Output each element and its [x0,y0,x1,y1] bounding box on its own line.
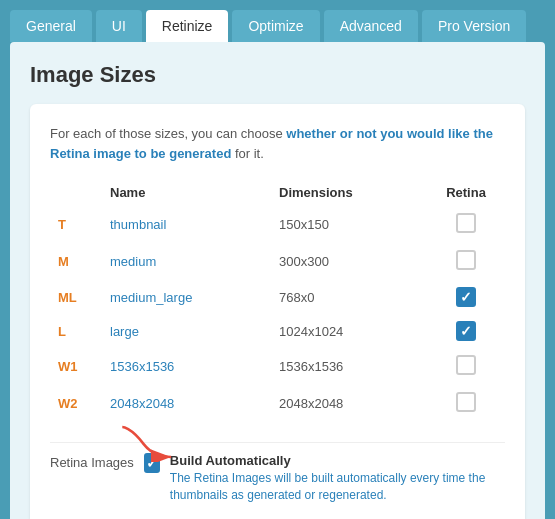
col-header-name: Name [102,179,271,206]
row-abbr: T [50,206,102,243]
row-retina-cell [427,206,505,243]
col-header-abbr [50,179,102,206]
tab-ui[interactable]: UI [96,10,142,42]
row-abbr: M [50,243,102,280]
table-row: Mmedium300x300 [50,243,505,280]
card-description: For each of those sizes, you can choose … [50,124,505,163]
row-dimensions: 1536x1536 [271,348,427,385]
table-row: MLmedium_large768x0 [50,280,505,314]
retina-checkbox[interactable] [456,321,476,341]
retina-checkbox[interactable] [456,392,476,412]
col-header-retina: Retina [427,179,505,206]
row-retina-cell [427,280,505,314]
table-row: Llarge1024x1024 [50,314,505,348]
row-name: large [102,314,271,348]
row-dimensions: 150x150 [271,206,427,243]
row-name: thumbnail [102,206,271,243]
row-name: 2048x2048 [102,385,271,422]
col-header-dimensions: Dimensions [271,179,427,206]
row-retina-cell [427,385,505,422]
content-area: Image Sizes For each of those sizes, you… [10,42,545,519]
row-retina-cell [427,243,505,280]
row-abbr: W1 [50,348,102,385]
desc-part1: For each of those sizes, you can choose [50,126,286,141]
row-dimensions: 300x300 [271,243,427,280]
tab-retinize[interactable]: Retinize [146,10,229,42]
main-card: For each of those sizes, you can choose … [30,104,525,519]
row-abbr: W2 [50,385,102,422]
retina-checkbox[interactable] [456,250,476,270]
retina-checkbox[interactable] [456,213,476,233]
red-arrow-icon [118,422,178,462]
page-title: Image Sizes [30,62,525,88]
tab-general[interactable]: General [10,10,92,42]
retina-checkbox[interactable] [456,355,476,375]
row-name: 1536x1536 [102,348,271,385]
row-abbr: L [50,314,102,348]
tab-optimize[interactable]: Optimize [232,10,319,42]
build-auto-title: Build Automatically [170,453,505,468]
row-dimensions: 1024x1024 [271,314,427,348]
retina-checkbox[interactable] [456,287,476,307]
build-auto-desc: The Retina Images will be built automati… [170,470,505,504]
row-name: medium [102,243,271,280]
row-dimensions: 2048x2048 [271,385,427,422]
row-name: medium_large [102,280,271,314]
table-row: W22048x20482048x2048 [50,385,505,422]
row-dimensions: 768x0 [271,280,427,314]
nav-tabs: General UI Retinize Optimize Advanced Pr… [0,0,555,42]
table-row: W11536x15361536x1536 [50,348,505,385]
retina-images-row: Retina Images Build Automatically The Re… [50,442,505,504]
tab-advanced[interactable]: Advanced [324,10,418,42]
table-row: Tthumbnail150x150 [50,206,505,243]
sizes-table: Name Dimensions Retina Tthumbnail150x150… [50,179,505,422]
retina-images-content: Build Automatically The Retina Images wi… [170,453,505,504]
row-retina-cell [427,314,505,348]
desc-part2: for it. [231,146,264,161]
row-abbr: ML [50,280,102,314]
row-retina-cell [427,348,505,385]
tab-pro-version[interactable]: Pro Version [422,10,526,42]
